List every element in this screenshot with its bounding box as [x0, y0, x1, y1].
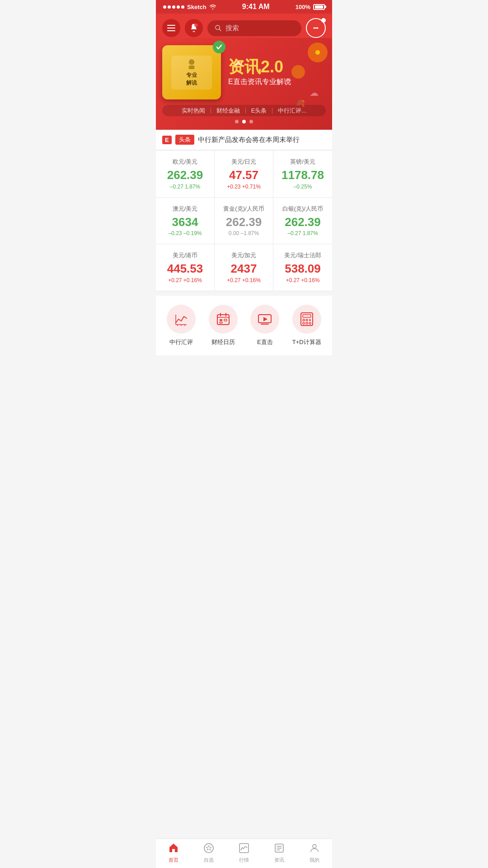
- svg-rect-25: [303, 315, 311, 317]
- banner-tab-0[interactable]: 实时热闻: [176, 108, 211, 113]
- content-spacer: [156, 355, 332, 382]
- banner-tab-1[interactable]: 财经金融: [211, 108, 246, 113]
- svg-point-30: [306, 322, 308, 324]
- deco-cloud-3: ☁: [310, 87, 319, 98]
- svg-line-2: [219, 29, 221, 31]
- price-value-2: 1178.78: [278, 169, 328, 182]
- price-value-0: 262.39: [160, 169, 210, 182]
- price-cell-5[interactable]: 白银(克)/人民币 262.39 –0.27 1.87%: [273, 198, 332, 245]
- price-label-3: 澳元/美元: [160, 205, 210, 213]
- price-value-7: 2437: [219, 262, 268, 275]
- svg-point-6: [315, 50, 320, 55]
- wifi-icon: [209, 4, 216, 9]
- svg-rect-19: [224, 319, 227, 321]
- notification-button[interactable]: [185, 19, 203, 37]
- tv-checkmark: [213, 41, 225, 53]
- search-bar[interactable]: 搜索: [207, 20, 301, 36]
- tool-icon-calendar: [209, 305, 238, 334]
- tool-label-calendar: 财经日历: [211, 338, 235, 346]
- banner: ☁ ☁ ☁ 🍂 专业 解说 资讯2.0 E直击资讯专业解说 实时热闻: [156, 38, 332, 130]
- svg-rect-14: [217, 315, 229, 325]
- search-placeholder: 搜索: [225, 24, 239, 33]
- price-cell-0[interactable]: 欧元/美元 262.39 –0.27 1.87%: [156, 151, 215, 198]
- price-change-3: –0.23 –0.19%: [160, 230, 210, 236]
- chat-button[interactable]: [306, 18, 326, 38]
- banner-title: 资讯2.0: [228, 58, 326, 76]
- price-label-4: 黄金(克)/人民币: [219, 205, 268, 213]
- price-cell-8[interactable]: 美元/瑞士法郎 538.09 +0.27 +0.16%: [273, 244, 332, 291]
- price-change-4: 0.00 –1.87%: [219, 230, 268, 236]
- price-value-4: 262.39: [219, 216, 268, 229]
- price-change-2: –0.25%: [278, 184, 328, 190]
- svg-point-28: [309, 319, 311, 321]
- tools-section: 中行汇评 财经日历 E直击: [156, 296, 332, 355]
- price-cell-2[interactable]: 英镑/美元 1178.78 –0.25%: [273, 151, 332, 198]
- price-change-1: +0.23 +0.71%: [219, 184, 268, 190]
- header: 搜索: [156, 14, 332, 38]
- price-cell-7[interactable]: 美元/加元 2437 +0.27 +0.16%: [215, 244, 273, 291]
- tool-label-ezhiji: E直击: [257, 338, 273, 346]
- svg-rect-18: [220, 319, 222, 321]
- price-value-5: 262.39: [278, 216, 328, 229]
- status-left: Sketch: [163, 4, 216, 10]
- price-label-5: 白银(克)/人民币: [278, 205, 328, 213]
- tool-calendar[interactable]: 财经日历: [202, 305, 244, 346]
- svg-rect-8: [189, 66, 194, 69]
- status-right: 100%: [296, 4, 325, 10]
- carrier-label: Sketch: [187, 4, 206, 10]
- price-cell-4[interactable]: 黄金(克)/人民币 262.39 0.00 –1.87%: [215, 198, 273, 245]
- tv-screen: 专业 解说: [171, 56, 212, 90]
- banner-dot-2: [249, 120, 253, 123]
- svg-point-0: [194, 24, 197, 27]
- news-ticker[interactable]: E 头条 中行新产品发布会将在本周末举行: [156, 130, 332, 150]
- tool-icon-calculator: [292, 305, 321, 334]
- tv-text-2: 解说: [186, 79, 197, 87]
- banner-pagination: [162, 120, 326, 125]
- banner-tv-illustration: 专业 解说: [162, 45, 221, 99]
- chart-icon: [174, 312, 188, 326]
- bell-icon: [189, 23, 199, 33]
- price-label-0: 欧元/美元: [160, 158, 210, 166]
- tool-huiping[interactable]: 中行汇评: [160, 305, 202, 346]
- deco-cloud-1: ☁: [233, 56, 243, 68]
- play-icon: [258, 312, 272, 326]
- banner-tab-2[interactable]: E头条: [246, 108, 273, 113]
- status-bar: Sketch 9:41 AM 100%: [156, 0, 332, 14]
- svg-point-3: [314, 27, 315, 29]
- price-cell-3[interactable]: 澳元/美元 3634 –0.23 –0.19%: [156, 198, 215, 245]
- svg-marker-22: [263, 317, 267, 321]
- status-time: 9:41 AM: [242, 3, 270, 11]
- deco-sun: [308, 42, 328, 62]
- price-label-6: 美元/港币: [160, 251, 210, 259]
- chat-notification-dot: [321, 18, 326, 23]
- tool-icon-ezhiji: [250, 305, 279, 334]
- banner-dot-0: [235, 120, 239, 123]
- calendar-icon: [216, 312, 230, 326]
- search-icon: [215, 24, 222, 32]
- price-cell-6[interactable]: 美元/港币 445.53 +0.27 +0.16%: [156, 244, 215, 291]
- banner-tab-3[interactable]: 中行汇评...: [272, 108, 312, 113]
- price-cell-1[interactable]: 美元/日元 47.57 +0.23 +0.71%: [215, 151, 273, 198]
- deco-leaf: 🍂: [296, 99, 305, 107]
- news-badge-toutiao: 头条: [175, 135, 194, 145]
- svg-point-5: [317, 27, 319, 29]
- battery-label: 100%: [296, 4, 310, 10]
- menu-button[interactable]: [162, 19, 180, 37]
- price-label-2: 英镑/美元: [278, 158, 328, 166]
- tool-ezhiji[interactable]: E直击: [244, 305, 286, 346]
- news-ticker-text: 中行新产品发布会将在本周末举行: [198, 136, 300, 144]
- hamburger-icon: [167, 25, 175, 31]
- tool-label-calculator: T+D计算器: [292, 338, 321, 346]
- price-value-6: 445.53: [160, 262, 210, 275]
- calculator-icon: [300, 312, 314, 326]
- price-value-1: 47.57: [219, 169, 268, 182]
- tool-calculator[interactable]: T+D计算器: [286, 305, 328, 346]
- chat-icon: [311, 23, 321, 33]
- svg-point-27: [306, 319, 308, 321]
- price-change-7: +0.27 +0.16%: [219, 277, 268, 283]
- deco-cloud-2: ☁: [284, 74, 291, 83]
- tool-icon-huiping: [167, 305, 196, 334]
- svg-point-7: [189, 59, 194, 65]
- price-grid: 欧元/美元 262.39 –0.27 1.87% 美元/日元 47.57 +0.…: [156, 150, 332, 291]
- price-change-6: +0.27 +0.16%: [160, 277, 210, 283]
